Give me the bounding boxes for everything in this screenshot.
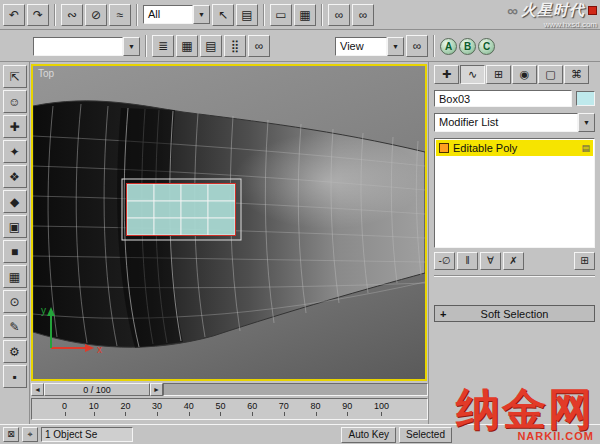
- left-toolbar-button[interactable]: ⊙: [3, 290, 27, 313]
- soft-selection-rollout[interactable]: + Soft Selection: [434, 305, 595, 322]
- time-slider-handle[interactable]: 0 / 100: [44, 383, 150, 396]
- left-toolbar-button[interactable]: ⇱: [3, 65, 27, 88]
- tab-motion[interactable]: ◉: [512, 65, 537, 84]
- lock-selection-toggle[interactable]: ⊠: [3, 427, 19, 442]
- axis-y-label: y: [41, 305, 46, 316]
- display-icon: ▢: [545, 69, 555, 80]
- named-selection-dropdown[interactable]: ▼: [33, 37, 140, 56]
- pin-stack-button[interactable]: -∅: [434, 252, 455, 270]
- modifier-stack-label: Editable Poly: [453, 142, 577, 154]
- expand-icon: +: [440, 308, 446, 320]
- unlink-selection-button[interactable]: ⊘: [85, 4, 107, 26]
- page-icon: ▤: [581, 143, 590, 153]
- absolute-mode-toggle[interactable]: ⌖: [22, 427, 38, 442]
- left-toolbar-button[interactable]: ✎: [3, 315, 27, 338]
- crossing-icon: ▦: [299, 9, 310, 21]
- curve-editor-button[interactable]: ▦: [176, 35, 198, 57]
- tab-display[interactable]: ▢: [538, 65, 563, 84]
- modify-icon: ∿: [468, 69, 477, 80]
- configure-modifier-sets-button[interactable]: ⊞: [574, 252, 595, 270]
- timeline-ruler[interactable]: 0 10 20 30 40 50 60 70 80 90 100: [31, 398, 428, 420]
- glasses-icon: ∞: [255, 40, 264, 52]
- time-slider-track[interactable]: [163, 383, 428, 396]
- timeline-tick: 40: [184, 401, 194, 411]
- modifier-icon: [439, 143, 449, 153]
- left-toolbar-button[interactable]: ⚙: [3, 340, 27, 363]
- next-frame-button[interactable]: ►: [150, 383, 163, 396]
- remove-modifier-button[interactable]: ✗: [503, 252, 524, 270]
- create-icon: ✚: [442, 69, 451, 80]
- tab-create[interactable]: ✚: [434, 65, 459, 84]
- left-toolbar-button[interactable]: ■: [3, 240, 27, 263]
- modifier-list-dropdown[interactable]: Modifier List ▼: [434, 113, 595, 132]
- reference-coordinate-value: View: [335, 37, 387, 56]
- top-viewport[interactable]: x y Top: [31, 64, 427, 381]
- left-toolbar-button[interactable]: ✚: [3, 115, 27, 138]
- timeline-tick: 90: [342, 401, 352, 411]
- secondary-toolbar: ▼ ≣ ▦ ▤ ⣿ ∞ View ▼ ∞ A B C: [0, 31, 600, 62]
- selected-polygons[interactable]: [122, 179, 241, 240]
- button-a[interactable]: A: [440, 38, 457, 55]
- bind-to-space-warp-button[interactable]: ≈: [109, 4, 131, 26]
- left-toolbar-button[interactable]: ▦: [3, 265, 27, 288]
- window-crossing-button[interactable]: ▦: [294, 4, 316, 26]
- tab-modify[interactable]: ∿: [460, 65, 485, 84]
- toolbar-separator: [321, 4, 323, 26]
- undo-icon: ↶: [9, 9, 19, 21]
- object-color-swatch[interactable]: [576, 91, 595, 106]
- left-toolbar-button[interactable]: ▣: [3, 215, 27, 238]
- object-name-field[interactable]: Box03: [434, 90, 572, 107]
- glasses-button-4[interactable]: ∞: [406, 35, 428, 57]
- toolbar-separator: [263, 4, 265, 26]
- redo-button[interactable]: ↷: [27, 4, 49, 26]
- viewport-canvas[interactable]: x y: [33, 66, 425, 379]
- selection-prompt: 1 Object Se: [41, 427, 133, 442]
- select-object-button[interactable]: ↖: [212, 4, 234, 26]
- rect-selection-region-button[interactable]: ▭: [270, 4, 292, 26]
- left-toolbar-button[interactable]: ❖: [3, 165, 27, 188]
- left-toolbar-button[interactable]: ☺: [3, 90, 27, 113]
- selected-filter-button[interactable]: Selected: [399, 427, 452, 443]
- left-toolbar-button[interactable]: ▪: [3, 365, 27, 388]
- select-by-name-button[interactable]: ▤: [236, 4, 258, 26]
- undo-button[interactable]: ↶: [3, 4, 25, 26]
- color-dots-icon: ⣿: [231, 40, 240, 52]
- glasses-button-3[interactable]: ∞: [248, 35, 270, 57]
- layers-icon: ≣: [158, 40, 168, 52]
- select-and-link-button[interactable]: ∾: [61, 4, 83, 26]
- show-end-result-icon: ‖: [465, 256, 469, 266]
- chevron-down-icon: ▼: [123, 37, 140, 56]
- glasses-button-2[interactable]: ∞: [352, 4, 374, 26]
- previous-frame-button[interactable]: ◄: [31, 383, 44, 396]
- show-end-result-button[interactable]: ‖: [457, 252, 478, 270]
- cursor-arrow-icon: ↖: [218, 9, 228, 21]
- schematic-view-button[interactable]: ▤: [200, 35, 222, 57]
- tab-utilities[interactable]: ⌘: [564, 65, 589, 84]
- tab-hierarchy[interactable]: ⊞: [486, 65, 511, 84]
- rect-region-icon: ▭: [275, 9, 286, 21]
- reference-coordinate-dropdown[interactable]: View ▼: [335, 37, 404, 56]
- selection-filter-value: All: [143, 5, 193, 24]
- selection-filter-dropdown[interactable]: All ▼: [143, 5, 210, 24]
- redo-icon: ↷: [33, 9, 43, 21]
- list-icon: ▤: [241, 9, 252, 21]
- glasses-icon: ∞: [413, 40, 422, 52]
- auto-key-button[interactable]: Auto Key: [341, 427, 396, 443]
- modifier-stack[interactable]: Editable Poly ▤: [434, 138, 595, 248]
- button-c[interactable]: C: [478, 38, 495, 55]
- layers-button[interactable]: ≣: [152, 35, 174, 57]
- left-toolbar-button[interactable]: ✦: [3, 140, 27, 163]
- viewport-label[interactable]: Top: [38, 68, 54, 79]
- toolbar-separator: [136, 4, 138, 26]
- material-editor-button[interactable]: ⣿: [224, 35, 246, 57]
- left-toolbar-button[interactable]: ◆: [3, 190, 27, 213]
- configure-icon: ⊞: [580, 256, 588, 266]
- glasses-button-1[interactable]: ∞: [328, 4, 350, 26]
- pin-icon: -∅: [438, 256, 450, 266]
- button-b[interactable]: B: [459, 38, 476, 55]
- logo-badge: [588, 6, 597, 15]
- glasses-icon: ∞: [359, 9, 368, 21]
- make-unique-button[interactable]: ∀: [480, 252, 501, 270]
- utilities-icon: ⌘: [571, 69, 582, 80]
- modifier-stack-item[interactable]: Editable Poly ▤: [436, 140, 593, 156]
